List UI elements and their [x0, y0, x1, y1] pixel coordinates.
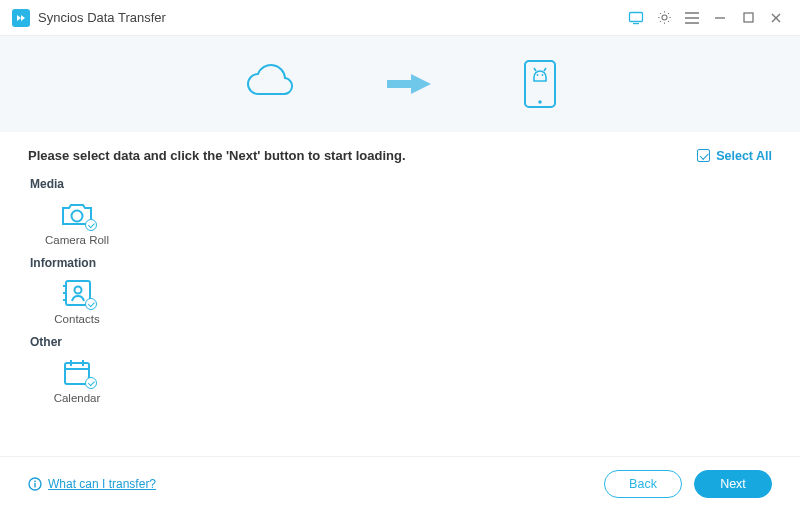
camera-icon [59, 199, 95, 229]
menu-icon[interactable] [678, 4, 706, 32]
tile-camera-roll[interactable]: Camera Roll [34, 199, 120, 246]
svg-point-12 [34, 480, 36, 482]
window-device-icon[interactable] [622, 4, 650, 32]
svg-point-5 [537, 74, 539, 76]
next-button[interactable]: Next [694, 470, 772, 498]
section-label-media: Media [30, 177, 772, 191]
titlebar: Syncios Data Transfer [0, 0, 800, 36]
app-title: Syncios Data Transfer [38, 10, 166, 25]
check-icon [85, 219, 97, 231]
tile-label: Calendar [54, 392, 101, 404]
help-link[interactable]: What can I transfer? [28, 477, 156, 491]
check-icon [85, 298, 97, 310]
minimize-button[interactable] [706, 4, 734, 32]
svg-rect-3 [525, 61, 555, 107]
maximize-button[interactable] [734, 4, 762, 32]
svg-point-4 [538, 100, 542, 104]
help-text: What can I transfer? [48, 477, 156, 491]
calendar-icon [59, 357, 95, 387]
contacts-icon [59, 278, 95, 308]
footer: What can I transfer? Back Next [0, 456, 800, 510]
app-logo [12, 9, 30, 27]
settings-icon[interactable] [650, 4, 678, 32]
svg-point-9 [75, 287, 82, 294]
svg-rect-1 [633, 23, 639, 24]
instruction-text: Please select data and click the 'Next' … [28, 148, 406, 163]
svg-rect-13 [34, 483, 35, 488]
svg-point-6 [542, 74, 544, 76]
checkbox-icon [697, 149, 710, 162]
check-icon [85, 377, 97, 389]
svg-rect-2 [744, 13, 753, 22]
tile-label: Contacts [54, 313, 99, 325]
back-button[interactable]: Back [604, 470, 682, 498]
select-all-toggle[interactable]: Select All [697, 149, 772, 163]
tile-label: Camera Roll [45, 234, 109, 246]
tile-calendar[interactable]: Calendar [34, 357, 120, 404]
section-label-information: Information [30, 256, 772, 270]
svg-point-7 [72, 211, 83, 222]
cloud-icon [243, 64, 297, 104]
android-phone-icon [523, 59, 557, 109]
arrow-right-icon [387, 72, 433, 96]
close-button[interactable] [762, 4, 790, 32]
svg-rect-0 [630, 12, 643, 21]
transfer-hero [0, 36, 800, 132]
tile-contacts[interactable]: Contacts [34, 278, 120, 325]
section-label-other: Other [30, 335, 772, 349]
select-all-label: Select All [716, 149, 772, 163]
info-icon [28, 477, 42, 491]
content-area: Please select data and click the 'Next' … [0, 132, 800, 422]
